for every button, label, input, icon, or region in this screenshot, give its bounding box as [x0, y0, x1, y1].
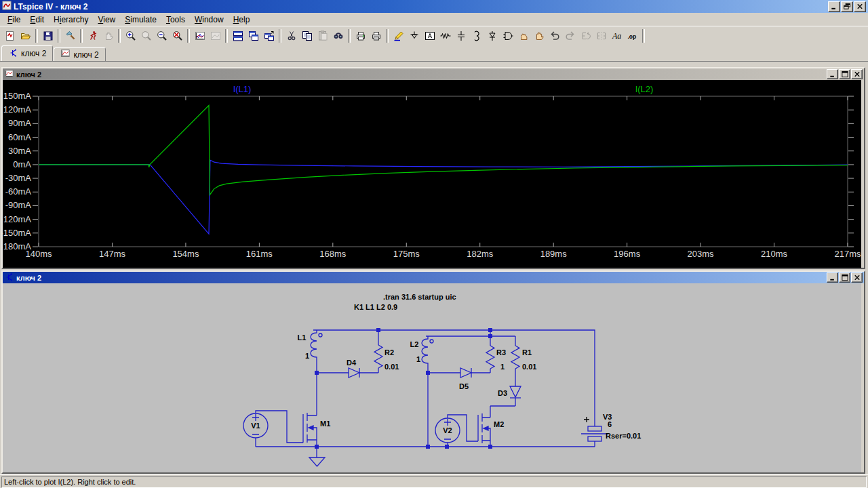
- tile-vertical-button[interactable]: [245, 28, 261, 43]
- x-tick-label: 175ms: [393, 249, 420, 259]
- ground-button[interactable]: [406, 28, 422, 43]
- autorange-button[interactable]: [192, 28, 208, 43]
- print-preview-button[interactable]: [353, 28, 368, 43]
- paste-button[interactable]: [315, 28, 330, 43]
- text-button[interactable]: Aa: [609, 28, 625, 43]
- menu-window[interactable]: Window: [190, 14, 229, 26]
- schematic-canvas[interactable]: .tran 31.6 startup uicK1 L1 L2 0.9L11R20…: [3, 283, 861, 472]
- toolbar: Aa.op: [0, 26, 868, 46]
- component-R1[interactable]: [511, 346, 519, 386]
- menu-help[interactable]: Help: [229, 14, 255, 26]
- status-bar: Left-click to plot I(L2). Right click to…: [0, 474, 868, 488]
- component-L2[interactable]: [422, 336, 433, 373]
- x-tick-label: 182ms: [467, 249, 494, 259]
- component-R2[interactable]: [374, 330, 382, 373]
- menu-file[interactable]: File: [3, 14, 25, 26]
- run-button[interactable]: [85, 28, 100, 43]
- wire-junction: [426, 371, 430, 375]
- spice-directive-button[interactable]: .op: [625, 28, 640, 43]
- tab-schematic[interactable]: ключ 2: [1, 45, 53, 61]
- menu-simulate[interactable]: Simulate: [120, 14, 161, 26]
- save-button[interactable]: [40, 28, 56, 43]
- move-button[interactable]: [515, 28, 531, 43]
- schematic-maximize-button[interactable]: [839, 272, 850, 283]
- menu-hierarchy[interactable]: Hierarchy: [49, 14, 93, 26]
- wire-junction: [488, 328, 492, 332]
- component-L1[interactable]: [311, 330, 322, 373]
- waveform-plot-area[interactable]: 140ms147ms154ms161ms168ms175ms182ms189ms…: [3, 80, 861, 268]
- tile-horizontal-button[interactable]: [230, 28, 245, 43]
- schematic-close-button[interactable]: [851, 272, 863, 283]
- zoom-full-button[interactable]: [170, 28, 185, 43]
- wire-junction: [488, 334, 492, 338]
- menu-edit[interactable]: Edit: [25, 14, 49, 26]
- menu-tools[interactable]: Tools: [161, 14, 190, 26]
- zoom-back-button[interactable]: [138, 28, 154, 43]
- main-minimize-button[interactable]: [828, 1, 840, 12]
- schematic-icon: [8, 48, 18, 60]
- waveform-close-button[interactable]: [851, 69, 863, 79]
- wire-button[interactable]: [391, 28, 406, 43]
- cascade-button[interactable]: [261, 28, 277, 43]
- component-M2[interactable]: [478, 413, 490, 447]
- schematic-label-M1: M1: [320, 420, 330, 428]
- schematic-label-V1: V1: [251, 422, 260, 430]
- new-schematic-button[interactable]: [2, 28, 18, 43]
- y-tick-label: -180mA: [3, 241, 31, 251]
- ground-symbol[interactable]: [309, 447, 325, 466]
- component-D5[interactable]: [460, 368, 471, 378]
- component-M1[interactable]: [303, 413, 317, 447]
- undo-button[interactable]: [547, 28, 562, 43]
- main-close-button[interactable]: [854, 1, 866, 12]
- schematic-label-L1: L1: [298, 333, 307, 342]
- status-text: Left-click to plot I(L2). Right click to…: [1, 476, 867, 488]
- schematic-label-0.01: 0.01: [522, 363, 536, 371]
- x-tick-label: 161ms: [246, 249, 273, 259]
- toolbar-separator: [642, 29, 645, 43]
- waveform-window-titlebar[interactable]: ключ 2: [3, 68, 864, 80]
- control-panel-button[interactable]: [62, 28, 78, 43]
- halt-button[interactable]: [100, 28, 116, 43]
- redo-button[interactable]: [562, 28, 578, 43]
- y-tick-label: -60mA: [5, 186, 32, 197]
- menu-bar: FileEditHierarchyViewSimulateToolsWindow…: [0, 13, 868, 26]
- x-tick-label: 217ms: [834, 249, 861, 259]
- component-R3[interactable]: [486, 346, 494, 373]
- resistor-button[interactable]: [437, 28, 453, 43]
- capacitor-button[interactable]: [453, 28, 469, 43]
- cut-button[interactable]: [283, 28, 299, 43]
- wire-junction: [315, 445, 319, 449]
- open-button[interactable]: [18, 28, 33, 43]
- diode-button[interactable]: [484, 28, 500, 43]
- zoom-out-button[interactable]: [154, 28, 170, 43]
- rotate-button[interactable]: [578, 28, 593, 43]
- mirror-button[interactable]: [593, 28, 609, 43]
- tab-waveform[interactable]: ключ 2: [54, 47, 105, 61]
- toolbar-separator: [348, 29, 351, 43]
- legend-I(L2)[interactable]: I(L2): [635, 84, 654, 94]
- toolbar-separator: [386, 29, 389, 43]
- main-titlebar[interactable]: LTspice IV - ключ 2: [0, 0, 868, 13]
- schematic-window-controls: [826, 272, 863, 283]
- copy-button[interactable]: [299, 28, 315, 43]
- net-label-button[interactable]: [422, 28, 437, 43]
- toolbar-separator: [58, 29, 60, 43]
- legend-I(L1)[interactable]: I(L1): [233, 84, 252, 94]
- main-restore-button[interactable]: [841, 1, 853, 12]
- waveform-icon: [60, 49, 71, 60]
- component-button[interactable]: [500, 28, 515, 43]
- component-D4[interactable]: [349, 368, 359, 378]
- menu-view[interactable]: View: [93, 14, 120, 26]
- component-D3[interactable]: [510, 386, 521, 398]
- print-button[interactable]: [368, 28, 384, 43]
- plot-settings-button[interactable]: [208, 28, 223, 43]
- waveform-maximize-button[interactable]: [839, 69, 850, 79]
- schematic-minimize-button[interactable]: [827, 272, 838, 283]
- schematic-window-titlebar[interactable]: ключ 2: [3, 272, 864, 283]
- schematic-label-D4: D4: [347, 359, 357, 367]
- waveform-minimize-button[interactable]: [827, 69, 838, 79]
- inductor-button[interactable]: [469, 28, 484, 43]
- zoom-in-button[interactable]: [123, 28, 138, 43]
- find-button[interactable]: [330, 28, 346, 43]
- drag-button[interactable]: [531, 28, 547, 43]
